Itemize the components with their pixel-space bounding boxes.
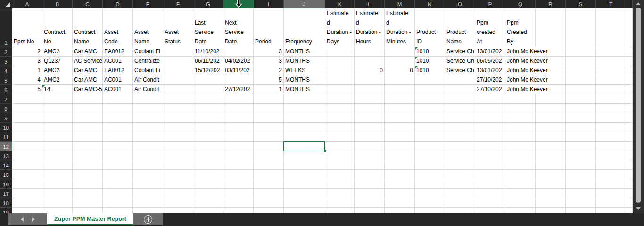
cell-S19[interactable] <box>566 208 596 213</box>
cell-T15[interactable] <box>596 170 626 179</box>
cell-F14[interactable] <box>163 160 193 170</box>
cell-Q11[interactable] <box>505 132 536 142</box>
cell-T17[interactable] <box>596 189 626 198</box>
cell-A19[interactable] <box>12 208 42 213</box>
cell-M7[interactable] <box>385 94 415 104</box>
cell-F19[interactable] <box>163 208 193 213</box>
cell-B19[interactable] <box>42 208 73 213</box>
cell-B14[interactable] <box>42 160 73 170</box>
cell-J18[interactable] <box>284 198 325 208</box>
cell-T19[interactable] <box>596 208 626 213</box>
cell-G7[interactable] <box>193 94 223 104</box>
cell-Q10[interactable] <box>505 123 536 132</box>
cell-K18[interactable] <box>325 198 355 208</box>
cell-M8[interactable] <box>385 104 415 113</box>
cell-C13[interactable] <box>73 151 103 160</box>
cell-R12[interactable] <box>536 142 566 151</box>
cell-T5[interactable] <box>596 75 626 85</box>
cell-P10[interactable] <box>475 123 505 132</box>
cell-G15[interactable] <box>193 170 223 179</box>
cell-D5[interactable]: AC001 <box>103 75 133 85</box>
cell-G18[interactable] <box>193 198 223 208</box>
cell-D15[interactable] <box>103 170 133 179</box>
cell-P3[interactable]: 06/05/202 <box>475 57 505 66</box>
cell-E16[interactable] <box>133 179 163 189</box>
cell-A16[interactable] <box>12 179 42 189</box>
cell-G14[interactable] <box>193 160 223 170</box>
cell-D16[interactable] <box>103 179 133 189</box>
row-header-6[interactable]: 6 <box>0 85 12 94</box>
cell-L5[interactable] <box>355 75 385 85</box>
cell-Q6[interactable]: John Mc Keever <box>505 85 536 94</box>
cell-I6[interactable]: 1 <box>254 85 284 94</box>
cell-S7[interactable] <box>566 94 596 104</box>
cell-M16[interactable] <box>385 179 415 189</box>
cell-K10[interactable] <box>325 123 355 132</box>
cell-M13[interactable] <box>385 151 415 160</box>
row-header-14[interactable]: 14 <box>0 160 12 170</box>
cell-G9[interactable] <box>193 113 223 123</box>
row-header-13[interactable]: 13 <box>0 151 12 160</box>
cell-G10[interactable] <box>193 123 223 132</box>
cell-E15[interactable] <box>133 170 163 179</box>
cell-O6[interactable] <box>445 85 475 94</box>
cell-K2[interactable] <box>325 47 355 57</box>
cell-F13[interactable] <box>163 151 193 160</box>
cell-D13[interactable] <box>103 151 133 160</box>
cell-N19[interactable] <box>415 208 445 213</box>
cell-L3[interactable] <box>355 57 385 66</box>
cell-B5[interactable]: AMC2 <box>42 75 73 85</box>
cell-I8[interactable] <box>254 104 284 113</box>
scroll-down-icon[interactable] <box>636 207 641 210</box>
cell-C4[interactable]: Car AMC <box>73 66 103 75</box>
cell-F12[interactable] <box>163 142 193 151</box>
cell-D12[interactable] <box>103 142 133 151</box>
cell-E7[interactable] <box>133 94 163 104</box>
cell-M9[interactable] <box>385 113 415 123</box>
cell-P14[interactable] <box>475 160 505 170</box>
active-cell-selection[interactable] <box>283 141 325 151</box>
cell-M12[interactable] <box>385 142 415 151</box>
cell-J14[interactable] <box>284 160 325 170</box>
cell-T4[interactable] <box>596 66 626 75</box>
cell-Q18[interactable] <box>505 198 536 208</box>
row-header-7[interactable]: 7 <box>0 94 12 104</box>
cell-D4[interactable]: EA0012 <box>103 66 133 75</box>
cell-S14[interactable] <box>566 160 596 170</box>
cell-J13[interactable] <box>284 151 325 160</box>
column-header-B[interactable]: B <box>42 0 73 8</box>
cell-R14[interactable] <box>536 160 566 170</box>
cell-A18[interactable] <box>12 198 42 208</box>
row-header-11[interactable]: 11 <box>0 132 12 142</box>
cell-N5[interactable] <box>415 75 445 85</box>
cell-P11[interactable] <box>475 132 505 142</box>
cell-M14[interactable] <box>385 160 415 170</box>
cell-N14[interactable] <box>415 160 445 170</box>
cell-I3[interactable]: 3 <box>254 57 284 66</box>
cell-T11[interactable] <box>596 132 626 142</box>
cell-T13[interactable] <box>596 151 626 160</box>
cell-E3[interactable]: Centralize <box>133 57 163 66</box>
cell-B18[interactable] <box>42 198 73 208</box>
cell-H18[interactable] <box>223 198 254 208</box>
cell-H14[interactable] <box>223 160 254 170</box>
cell-S17[interactable] <box>566 189 596 198</box>
cell-T18[interactable] <box>596 198 626 208</box>
cell-K8[interactable] <box>325 104 355 113</box>
cell-B4[interactable]: AMC2 <box>42 66 73 75</box>
cell-I16[interactable] <box>254 179 284 189</box>
cell-R11[interactable] <box>536 132 566 142</box>
cell-F10[interactable] <box>163 123 193 132</box>
cell-L13[interactable] <box>355 151 385 160</box>
worksheet-grid[interactable]: Ppm NoContract NoContract NameAsset Code… <box>12 8 633 213</box>
cell-F16[interactable] <box>163 179 193 189</box>
cell-S6[interactable] <box>566 85 596 94</box>
column-header-S[interactable]: S <box>566 0 596 8</box>
cell-C17[interactable] <box>73 189 103 198</box>
scroll-up-icon[interactable] <box>636 2 641 5</box>
cell-R17[interactable] <box>536 189 566 198</box>
column-header-L[interactable]: L <box>355 0 385 8</box>
cell-N11[interactable] <box>415 132 445 142</box>
cell-P6[interactable]: 27/10/202 <box>475 85 505 94</box>
cell-H9[interactable] <box>223 113 254 123</box>
